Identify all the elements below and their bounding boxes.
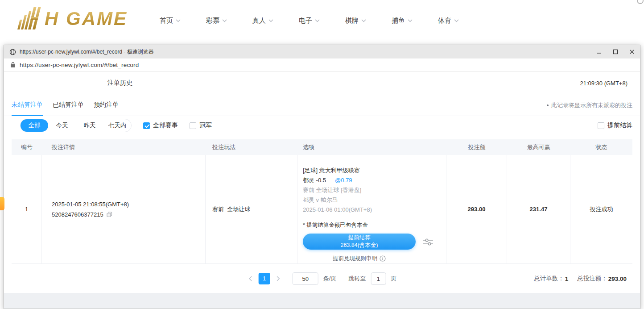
nav-label: 棋牌 [345, 17, 359, 25]
maximize-button[interactable] [607, 45, 623, 58]
tab-unsettled[interactable]: 未结算注单 [12, 95, 43, 116]
server-time: 21:09:30 (GMT+8) [580, 80, 627, 87]
pagination: 1 条/页 跳转至 页 [248, 272, 397, 285]
bet-status: 投注成功 [570, 155, 632, 263]
logo-text: H GAME [45, 7, 128, 30]
filter-row: 全部 今天 昨天 七天内 全部赛事 冠军 提前结算 [4, 116, 640, 135]
play-type: 赛前 全场让球 [206, 155, 297, 263]
nav-label: 彩票 [206, 17, 219, 25]
chevron-down-icon [315, 19, 320, 22]
copy-icon[interactable] [107, 212, 112, 217]
bet-detail-cell: 2025-01-05 21:08:55(GMT+8) 5208247606377… [42, 155, 206, 263]
chevron-down-icon [176, 19, 181, 22]
nav-item-fishing[interactable]: 捕鱼 [392, 17, 413, 25]
sliders-icon[interactable] [423, 238, 433, 246]
page-unit-label: 页 [391, 275, 396, 283]
page-size-input[interactable] [293, 272, 318, 285]
col-header-status: 状态 [570, 143, 632, 151]
bet-record-page: 注单历史 21:09:30 (GMT+8) 未结算注单 已结算注单 预约注单 此… [4, 71, 640, 309]
col-header-selection: 选项 [297, 143, 446, 151]
close-button[interactable] [623, 45, 640, 58]
nav-label: 体育 [438, 17, 451, 25]
all-events-checkbox[interactable]: 全部赛事 [143, 121, 178, 129]
checkbox-icon [190, 122, 196, 129]
market-name: 赛前 全场让球 [香港盘] [303, 185, 441, 195]
corner-icon[interactable] [637, 0, 644, 4]
minimize-icon [596, 49, 602, 54]
page-header: 注单历史 21:09:30 (GMT+8) [4, 71, 640, 95]
principal-note: * 提前结算金额已包含本金 [303, 220, 441, 230]
window-controls [590, 45, 640, 58]
match-name: 都灵 v 帕尔马 [303, 195, 441, 205]
tab-reserved[interactable]: 预约注单 [94, 95, 119, 116]
checkbox-checked-icon [143, 122, 150, 129]
tabs-row: 未结算注单 已结算注单 预约注单 此记录将显示所有未派彩的投注 [4, 95, 640, 116]
pick-name: 都灵 -0.5 [303, 177, 326, 184]
next-page-button[interactable] [275, 273, 281, 284]
browser-addressbar[interactable]: https://user-pc-new.jylywl.com/#/bet_rec… [4, 58, 640, 71]
nav-item-chess[interactable]: 棋牌 [345, 17, 366, 25]
globe-favicon-icon [9, 49, 16, 55]
nav-label: 电子 [299, 17, 312, 25]
champion-checkbox[interactable]: 冠军 [190, 121, 212, 129]
chevron-down-icon [454, 19, 459, 22]
champion-label: 冠军 [199, 121, 212, 129]
max-win-amount: 231.47 [507, 155, 570, 263]
bet-id: 5208247606377215 [52, 211, 103, 218]
tab-note: 此记录将显示所有未派彩的投注 [547, 95, 632, 116]
nav-item-live[interactable]: 真人 [252, 17, 273, 25]
cashout-rule-text: 提前兑现规则申明 [333, 254, 377, 263]
maximize-icon [613, 49, 618, 54]
site-header: H GAME 首页 彩票 真人 电子 棋牌 捕鱼 体育 [0, 0, 644, 45]
lock-icon [10, 62, 16, 68]
chevron-down-icon [222, 19, 227, 22]
page-number-button[interactable]: 1 [259, 273, 270, 284]
browser-titlebar[interactable]: https://user-pc-new.jylywl.com/#/bet_rec… [4, 45, 640, 58]
page-background [4, 293, 640, 309]
col-header-no: 编号 [12, 143, 42, 151]
nav-item-lottery[interactable]: 彩票 [206, 17, 227, 25]
browser-window: https://user-pc-new.jylywl.com/#/bet_rec… [4, 45, 640, 309]
selection-cell: [足球] 意大利甲级联赛 都灵 -0.5@0.79 赛前 全场让球 [香港盘] … [297, 155, 446, 263]
stake-amount: 293.00 [446, 155, 507, 263]
checkbox-icon [598, 122, 604, 129]
nav-item-home[interactable]: 首页 [160, 17, 181, 25]
date-filter-today[interactable]: 今天 [48, 119, 76, 132]
row-number: 1 [12, 155, 42, 263]
early-settlement-label: 提前结算 [607, 121, 632, 129]
col-header-stake: 投注额 [446, 143, 507, 151]
bet-table: 编号 投注详情 投注玩法 选项 投注额 最高可赢 状态 1 2025-01-05… [12, 139, 632, 264]
total-count-label: 总计单数： [534, 275, 564, 283]
minimize-button[interactable] [590, 45, 607, 58]
chevron-down-icon [408, 19, 413, 22]
site-logo[interactable]: H GAME [12, 6, 128, 30]
chevron-down-icon [361, 19, 366, 22]
early-settlement-checkbox[interactable]: 提前结算 [598, 121, 632, 129]
nav-item-sports[interactable]: 体育 [438, 17, 459, 25]
info-icon [380, 255, 386, 262]
total-stake-value: 293.00 [608, 276, 627, 282]
date-range-group: 全部 今天 昨天 七天内 [20, 119, 132, 132]
date-filter-yesterday[interactable]: 昨天 [76, 119, 103, 132]
cashout-rule-link[interactable]: 提前兑现规则申明 [303, 254, 416, 263]
date-filter-7days[interactable]: 七天内 [103, 119, 131, 132]
chevron-left-icon [249, 276, 252, 281]
table-row: 1 2025-01-05 21:08:55(GMT+8) 52082476063… [12, 155, 632, 264]
floating-activity-tab[interactable] [0, 197, 4, 210]
jump-page-input[interactable] [371, 272, 386, 285]
date-filter-all[interactable]: 全部 [21, 119, 48, 132]
total-count-value: 1 [565, 276, 569, 282]
prev-page-button[interactable] [248, 273, 254, 284]
per-page-label: 条/页 [323, 275, 337, 283]
table-header-row: 编号 投注详情 投注玩法 选项 投注额 最高可赢 状态 [12, 139, 632, 155]
nav-label: 真人 [252, 17, 266, 25]
cashout-button[interactable]: 提前结算 263.84(含本金) [303, 234, 416, 250]
bullet-icon [547, 104, 549, 106]
main-nav: 首页 彩票 真人 电子 棋牌 捕鱼 体育 [160, 0, 459, 41]
all-events-label: 全部赛事 [153, 121, 178, 129]
table-footer: 1 条/页 跳转至 页 总计单数： 1 总投注额： 293.00 [4, 264, 640, 293]
nav-item-electronic[interactable]: 电子 [299, 17, 320, 25]
tab-settled[interactable]: 已结算注单 [53, 95, 84, 116]
cashout-area: 提前结算 263.84(含本金) 提前兑现规则申明 [303, 234, 416, 263]
league-name: [足球] 意大利甲级联赛 [303, 166, 441, 175]
